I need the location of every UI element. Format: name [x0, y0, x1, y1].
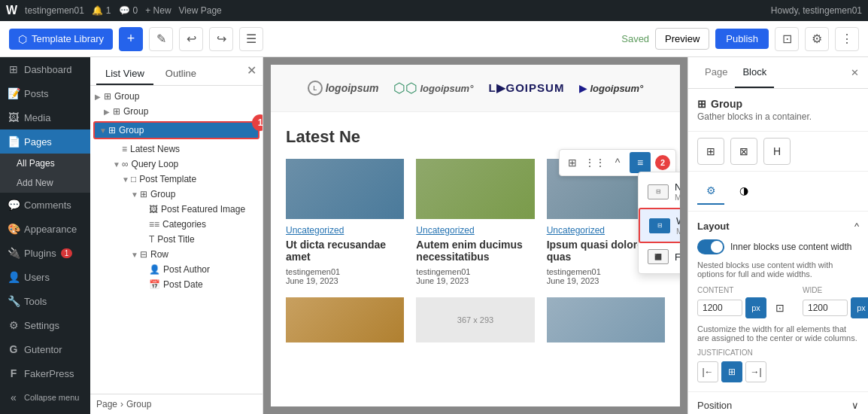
undo-button[interactable]: ↩	[179, 27, 203, 51]
tree-item-group-0[interactable]: ▶ ⊞ Group	[90, 89, 263, 104]
dropdown-wide-width[interactable]: ⊟ Wide width Max 1200px wide 3	[639, 208, 680, 243]
dropdown-none[interactable]: ⊟ None Max 650px wide	[639, 175, 680, 208]
outline-tab[interactable]: Outline	[156, 63, 205, 85]
preview-button[interactable]: Preview	[655, 28, 709, 50]
tree-item-categories[interactable]: ≡≡ Categories	[90, 217, 263, 232]
chevron-open-icon: ▼	[131, 251, 140, 259]
justify-center-button[interactable]: ⊞	[721, 361, 742, 382]
admin-bar: W testingemen01 🔔 1 💬 0 + New View Page …	[0, 0, 868, 21]
layout-collapse-icon[interactable]: ^	[854, 221, 859, 232]
content-value[interactable]: 1200	[697, 300, 742, 316]
toolbar-drag-handle[interactable]: ⋮⋮	[584, 152, 605, 173]
options-button[interactable]: ⋮	[835, 27, 859, 51]
section-title: Latest Ne	[286, 127, 665, 147]
tree-item-post-author[interactable]: 👤 Post Author	[90, 262, 263, 277]
sidebar-item-fakerpress[interactable]: F FakerPress	[0, 361, 90, 385]
submenu-all-pages[interactable]: All Pages	[0, 154, 90, 173]
tree-item-group-1[interactable]: ▶ ⊞ Group	[90, 104, 263, 119]
align-block-button[interactable]: H	[763, 138, 791, 165]
post-category-1[interactable]: Uncategorized	[286, 225, 404, 236]
inner-blocks-toggle[interactable]	[697, 239, 724, 254]
sidebar-item-plugins[interactable]: 🔌 Plugins 1	[0, 241, 90, 265]
content-value-row: 1200 px ⊡	[697, 297, 791, 318]
comments-count[interactable]: 💬 0	[119, 5, 138, 16]
toolbar-badge-2[interactable]: 2	[652, 152, 673, 173]
sidebar-item-settings[interactable]: ⚙ Settings	[0, 313, 90, 337]
settings-close-button[interactable]: ✕	[851, 57, 859, 88]
post-category-2[interactable]: Uncategorized	[416, 225, 534, 236]
post-template-icon: □	[131, 174, 136, 184]
template-library-button[interactable]: ⬡ Template Library	[9, 29, 113, 50]
plugins-icon: 🔌	[8, 247, 20, 259]
submenu-add-new[interactable]: Add New	[0, 173, 90, 193]
toolbar-move-up-button[interactable]: ^	[607, 152, 628, 173]
tree-item-latest-news[interactable]: ≡ Latest News	[90, 142, 263, 157]
block-tab[interactable]: Block	[735, 57, 774, 88]
post-author-2: testingemen01	[416, 267, 534, 276]
tree-item-query-loop[interactable]: ▼ ∞ Query Loop	[90, 157, 263, 172]
block-info-title: ⊞ Group	[697, 98, 859, 110]
sidebar-item-comments[interactable]: 💬 Comments	[0, 193, 90, 217]
panel-close-button[interactable]: ✕	[247, 63, 256, 85]
wide-value-row: 1200 px 🔗	[803, 297, 868, 318]
sidebar-item-media[interactable]: 🖼 Media	[0, 105, 90, 129]
breadcrumb: Page › Group	[90, 394, 263, 414]
wide-px-button[interactable]: px	[851, 297, 868, 318]
sidebar-item-gutentor[interactable]: G Gutentor	[0, 337, 90, 361]
tree-item-post-date[interactable]: 📅 Post Date	[90, 277, 263, 292]
settings-panel: Page Block ✕ ⊞ Group Gather blocks in a …	[687, 57, 868, 414]
post-card-1: Uncategorized Ut dicta recusandae amet t…	[286, 159, 404, 285]
breadcrumb-group[interactable]: Group	[126, 399, 151, 409]
sidebar-item-tools[interactable]: 🔧 Tools	[0, 289, 90, 313]
logo-3: L▶GOIPSUM	[488, 81, 564, 95]
publish-button[interactable]: Publish	[715, 29, 769, 49]
tree-item-post-template[interactable]: ▼ □ Post Template	[90, 172, 263, 187]
block-icon: ⊞	[697, 98, 706, 110]
wide-value[interactable]: 1200	[803, 300, 848, 316]
wp-sidebar: ⊞ Dashboard 📝 Posts 🖼 Media 📄 Pages All …	[0, 57, 90, 414]
redo-button[interactable]: ↪	[209, 27, 233, 51]
page-tab[interactable]: Page	[697, 57, 735, 88]
position-header[interactable]: Position ∨	[697, 400, 859, 411]
tree-item-post-featured-image[interactable]: 🖼 Post Featured Image	[90, 202, 263, 217]
sidebar-item-pages[interactable]: 📄 Pages	[0, 129, 90, 154]
sidebar-item-appearance[interactable]: 🎨 Appearance	[0, 217, 90, 241]
media-icon: 🖼	[8, 111, 20, 123]
toolbar-copy-button[interactable]: ⊞	[562, 152, 583, 173]
edit-tool-button[interactable]: ✎	[149, 27, 173, 51]
notifications[interactable]: 🔔 1	[92, 5, 111, 16]
transform-block-button[interactable]: ⊠	[730, 138, 757, 165]
add-block-button[interactable]: +	[119, 27, 143, 51]
wide-icon: ⊟	[649, 218, 670, 233]
view-page[interactable]: View Page	[179, 5, 222, 16]
wp-logo[interactable]: W	[6, 4, 17, 17]
dropdown-full-width[interactable]: ⬛ Full width	[639, 243, 680, 270]
sidebar-item-users[interactable]: 👤 Users	[0, 265, 90, 289]
sidebar-item-collapse[interactable]: « Collapse menu	[0, 385, 90, 409]
template-library-icon: ⬡	[18, 33, 27, 45]
tree-item-row[interactable]: ▼ ⊟ Row	[90, 247, 263, 262]
copy-block-button[interactable]: ⊞	[697, 138, 724, 165]
content-px-button[interactable]: px	[745, 297, 766, 318]
layout-section-header: Layout ^	[697, 221, 859, 232]
view-mode-button[interactable]: ⊡	[775, 27, 799, 51]
justify-right-button[interactable]: →|	[745, 361, 766, 382]
toolbar-align-button[interactable]: ≡	[630, 152, 651, 173]
layout-settings-button[interactable]: ⚙	[697, 178, 724, 205]
site-icon-button[interactable]: ⚙	[805, 27, 829, 51]
justify-left-button[interactable]: |←	[697, 361, 718, 382]
tree-item-post-title[interactable]: T Post Title	[90, 232, 263, 247]
list-view-tab[interactable]: List View	[96, 63, 153, 85]
inner-blocks-toggle-row: Inner blocks use content width	[697, 239, 859, 254]
breadcrumb-page[interactable]: Page	[96, 399, 117, 409]
settings-toggle-button[interactable]: ☰	[239, 27, 263, 51]
site-name[interactable]: testingemen01	[25, 5, 84, 16]
sidebar-item-dashboard[interactable]: ⊞ Dashboard	[0, 57, 90, 81]
content-percent-button[interactable]: ⊡	[769, 297, 791, 318]
sidebar-item-posts[interactable]: 📝 Posts	[0, 81, 90, 105]
tree-item-group-selected[interactable]: ▼ ⊞ Group	[93, 121, 259, 139]
tree-item-group-inner[interactable]: ▼ ⊞ Group	[90, 187, 263, 202]
new-item[interactable]: + New	[145, 5, 171, 16]
style-settings-button[interactable]: ◑	[730, 178, 757, 205]
position-expand-icon: ∨	[851, 400, 859, 411]
